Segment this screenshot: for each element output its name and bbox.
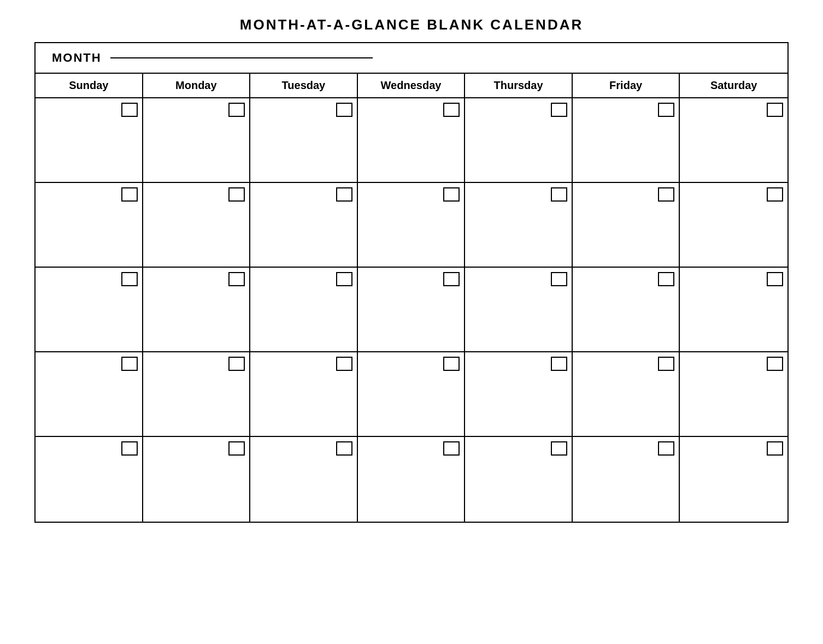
date-number-box [121,103,138,117]
calendar-cell[interactable] [573,98,680,183]
calendar-cell[interactable] [573,183,680,268]
calendar-cell[interactable] [573,268,680,352]
calendar-cell[interactable] [250,98,358,183]
month-underline [110,57,373,58]
calendar-cell[interactable] [358,98,466,183]
date-number-box [658,187,674,202]
date-number-box [336,357,352,371]
day-header-tuesday: Tuesday [250,74,358,97]
day-header-thursday: Thursday [465,74,573,97]
calendar-cell[interactable] [465,352,573,437]
date-number-box [767,272,783,286]
date-number-box [336,103,352,117]
calendar-cell[interactable] [36,352,143,437]
calendar-cell[interactable] [143,437,251,522]
calendar-cell[interactable] [250,183,358,268]
calendar-cell[interactable] [143,352,251,437]
day-header-friday: Friday [573,74,680,97]
calendar-cell[interactable] [358,437,466,522]
date-number-box [767,441,783,456]
day-header-saturday: Saturday [680,74,787,97]
calendar-cell[interactable] [465,183,573,268]
date-number-box [121,187,138,202]
date-number-box [336,441,352,456]
date-number-box [658,441,674,456]
calendar-cell[interactable] [36,268,143,352]
date-number-box [551,103,567,117]
date-number-box [658,357,674,371]
date-number-box [121,272,138,286]
date-number-box [767,187,783,202]
date-number-box [443,103,460,117]
calendar-grid [36,98,787,522]
calendar-cell[interactable] [143,98,251,183]
calendar-cell[interactable] [680,268,787,352]
calendar-cell[interactable] [143,183,251,268]
calendar-cell[interactable] [250,268,358,352]
date-number-box [551,187,567,202]
calendar-cell[interactable] [358,268,466,352]
page-wrapper: MONTH-AT-A-GLANCE BLANK CALENDAR MONTH S… [18,11,805,528]
date-number-box [228,272,245,286]
date-number-box [658,272,674,286]
calendar-cell[interactable] [680,352,787,437]
calendar-cell[interactable] [465,437,573,522]
calendar-cell[interactable] [680,437,787,522]
calendar-cell[interactable] [250,352,358,437]
date-number-box [121,357,138,371]
day-header-monday: Monday [143,74,251,97]
calendar-cell[interactable] [36,437,143,522]
date-number-box [658,103,674,117]
date-number-box [228,187,245,202]
date-number-box [228,357,245,371]
calendar-cell[interactable] [680,98,787,183]
date-number-box [228,441,245,456]
calendar-cell[interactable] [465,268,573,352]
date-number-box [121,441,138,456]
date-number-box [767,103,783,117]
date-number-box [443,187,460,202]
date-number-box [767,357,783,371]
day-header-wednesday: Wednesday [358,74,466,97]
date-number-box [551,441,567,456]
calendar-cell[interactable] [250,437,358,522]
calendar-cell[interactable] [573,437,680,522]
calendar-cell[interactable] [358,183,466,268]
date-number-box [336,272,352,286]
date-number-box [551,357,567,371]
calendar-cell[interactable] [465,98,573,183]
calendar-cell[interactable] [36,98,143,183]
calendar-cell[interactable] [573,352,680,437]
month-label: MONTH [52,51,102,65]
calendar-cell[interactable] [143,268,251,352]
date-number-box [443,441,460,456]
date-number-box [443,272,460,286]
date-number-box [228,103,245,117]
calendar-cell[interactable] [358,352,466,437]
page-title: MONTH-AT-A-GLANCE BLANK CALENDAR [34,16,789,33]
month-row: MONTH [36,43,787,74]
day-headers: Sunday Monday Tuesday Wednesday Thursday… [36,74,787,98]
date-number-box [336,187,352,202]
calendar-cell[interactable] [36,183,143,268]
calendar-cell[interactable] [680,183,787,268]
date-number-box [443,357,460,371]
day-header-sunday: Sunday [36,74,143,97]
calendar-container: MONTH Sunday Monday Tuesday Wednesday Th… [34,42,789,523]
date-number-box [551,272,567,286]
